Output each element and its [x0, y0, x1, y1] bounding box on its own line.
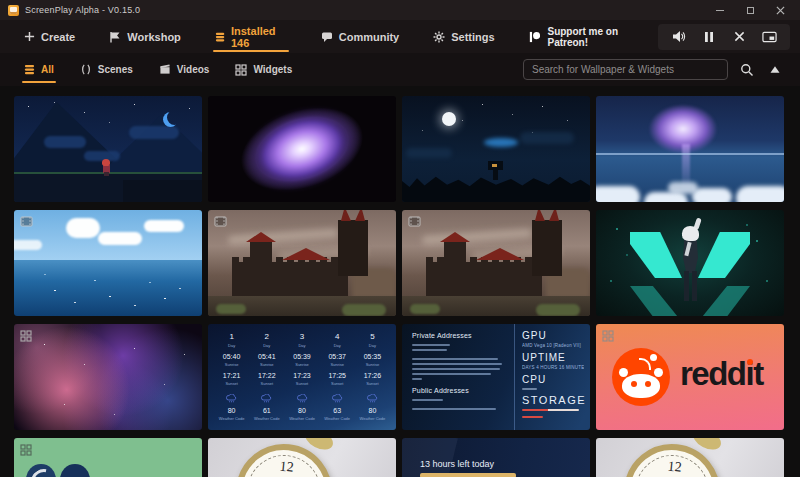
wallpaper-tile-valorant-jett[interactable] — [596, 210, 784, 316]
main-nav: Create Workshop Installed 146 Community … — [0, 20, 800, 53]
addresses-panel: Private Addresses Public Addresses — [412, 332, 508, 413]
storage-progress-bar — [522, 416, 543, 418]
collapse-filterbar-button[interactable] — [766, 61, 784, 79]
pause-icon — [704, 31, 714, 43]
reddit-logo-icon — [612, 348, 670, 406]
installed-grid: 1 Day 05:40 Sunrise 17:21 Sunset 80 Weat… — [0, 86, 800, 477]
filter-all[interactable]: All — [24, 53, 54, 86]
tile-art — [596, 96, 784, 202]
tile-art — [14, 210, 202, 316]
tile-art: Private Addresses Public Addresses GPU A… — [402, 324, 590, 430]
window-close-button[interactable] — [774, 4, 786, 16]
tile-art: 13 hours left today — [402, 438, 590, 477]
volume-icon — [672, 30, 686, 43]
search-area — [523, 59, 784, 80]
sunset-time: 17:21 — [223, 372, 241, 379]
close-wallpaper-button[interactable] — [724, 24, 754, 50]
day-number: 1 — [229, 333, 233, 341]
close-icon — [776, 6, 785, 15]
tab-workshop-label: Workshop — [127, 31, 181, 43]
window-maximize-button[interactable] — [744, 4, 756, 16]
cpu-label: CPU — [522, 374, 584, 385]
x-icon — [734, 31, 745, 42]
widget-tile-green[interactable] — [14, 438, 202, 477]
wallpaper-tile-castle-2[interactable] — [402, 210, 590, 316]
gear-icon — [433, 31, 445, 43]
title-bar[interactable]: ScreenPlay Alpha - V0.15.0 — [0, 0, 800, 20]
filter-widgets[interactable]: Widgets — [235, 53, 292, 86]
filter-widgets-label: Widgets — [253, 64, 292, 75]
wallpaper-tile-ocean-waves[interactable] — [14, 210, 202, 316]
wallpaper-tile-galaxy-ocean[interactable] — [596, 96, 784, 202]
tile-art — [596, 210, 784, 316]
tile-art — [402, 96, 590, 202]
widget-tile-time-left[interactable]: 13 hours left today — [402, 438, 590, 477]
patreon-button[interactable]: Support me on Patreon! — [529, 26, 644, 48]
filter-videos-label: Videos — [177, 64, 210, 75]
wallpaper-tile-alarm-clock-2[interactable]: 12 — [596, 438, 784, 477]
sunrise-time: 05:40 — [223, 353, 241, 360]
maximize-icon — [747, 7, 754, 14]
video-type-badge-icon — [214, 216, 227, 227]
wallpaper-tile-castle[interactable] — [208, 210, 396, 316]
filter-videos[interactable]: Videos — [159, 53, 210, 86]
tile-art — [402, 210, 590, 316]
tile-art — [208, 96, 396, 202]
tab-create[interactable]: Create — [24, 20, 75, 53]
search-input[interactable] — [523, 59, 728, 80]
wallpaper-tile-night-watchtower[interactable] — [402, 96, 590, 202]
widget-circle — [26, 464, 56, 477]
wallpaper-tile-alarm-clock[interactable]: 12 — [208, 438, 396, 477]
weather-day-column: 5 Day 05:35 Sunrise 17:26 Sunset 80 Weat… — [355, 333, 390, 424]
rain-cloud-icon — [259, 394, 274, 403]
widget-type-badge-icon — [20, 330, 32, 342]
storage-progress-bar — [522, 409, 579, 411]
tab-installed[interactable]: Installed 146 — [215, 20, 287, 53]
private-addresses-heading: Private Addresses — [412, 332, 508, 339]
filter-scenes[interactable]: Scenes — [80, 53, 133, 86]
widget-tile-reddit[interactable]: reddit — [596, 324, 784, 430]
tab-community[interactable]: Community — [321, 20, 400, 53]
community-chat-icon — [321, 31, 333, 43]
window-minimize-button[interactable] — [714, 4, 726, 16]
widget-type-badge-icon — [20, 444, 32, 456]
widget-tile-weather[interactable]: 1 Day 05:40 Sunrise 17:21 Sunset 80 Weat… — [208, 324, 396, 430]
rain-cloud-icon — [295, 394, 310, 403]
scenes-brackets-icon — [80, 64, 92, 75]
uptime-value: DAYS 4 HOURS 16 MINUTES 32 — [522, 365, 584, 370]
set-monitor-button[interactable] — [754, 24, 784, 50]
wallpaper-tile-pink-nebula[interactable] — [14, 324, 202, 430]
tile-art — [14, 438, 202, 477]
wallpaper-control-group — [658, 24, 790, 50]
pause-button[interactable] — [694, 24, 724, 50]
uptime-label: UPTIME — [522, 352, 584, 363]
wallpaper-tile-celeste-night[interactable] — [14, 96, 202, 202]
widget-type-badge-icon — [602, 330, 614, 342]
search-button[interactable] — [738, 61, 756, 79]
widgets-grid-icon — [235, 64, 247, 76]
installed-stack-icon — [215, 31, 225, 43]
wallpaper-tile-purple-galaxy[interactable] — [208, 96, 396, 202]
tab-workshop[interactable]: Workshop — [109, 20, 181, 53]
monitor-icon — [762, 31, 777, 43]
plus-icon — [24, 31, 35, 42]
jett-character — [682, 226, 699, 241]
videos-film-icon — [159, 64, 171, 75]
castle-silhouette — [232, 262, 348, 298]
chevron-up-icon — [769, 65, 781, 74]
app-logo-icon — [8, 5, 19, 16]
widget-tile-system-monitor[interactable]: Private Addresses Public Addresses GPU A… — [402, 324, 590, 430]
mute-button[interactable] — [664, 24, 694, 50]
crescent-moon — [167, 110, 182, 125]
tab-settings[interactable]: Settings — [433, 20, 494, 53]
window-title: ScreenPlay Alpha - V0.15.0 — [25, 5, 140, 15]
castle-silhouette — [426, 262, 542, 298]
search-icon — [740, 63, 754, 77]
tab-create-label: Create — [41, 31, 75, 43]
minimize-icon — [716, 10, 724, 11]
rain-cloud-icon — [330, 394, 345, 403]
storage-label: STORAGE — [522, 395, 584, 406]
all-stack-icon — [24, 64, 35, 75]
video-type-badge-icon — [20, 216, 33, 227]
tile-art: reddit — [596, 324, 784, 430]
